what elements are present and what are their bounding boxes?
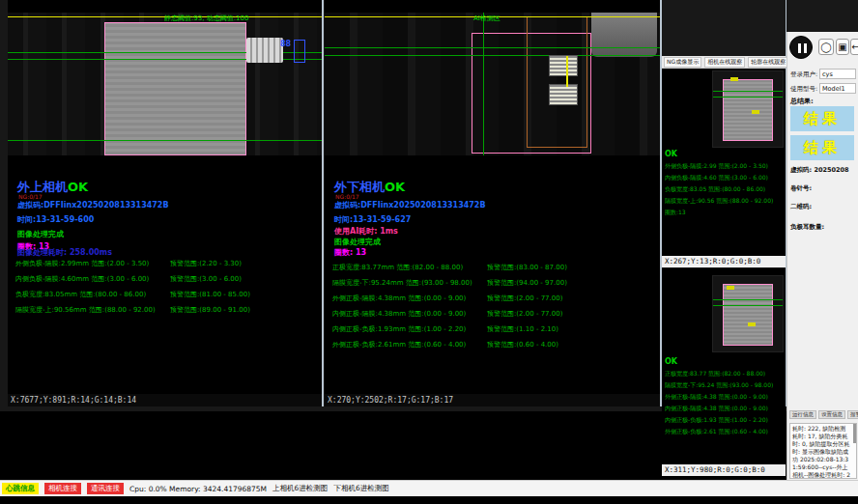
pixel-coord-bar: X:270;Y:2502;R:17;G:17;B:17	[325, 394, 660, 406]
small-view-tabs: NG成像显示 相机在线观察 轮廓在线观察	[662, 56, 786, 69]
measure-line	[713, 91, 783, 92]
pixel-coord-bar: X:267;Y:13;R:0;G:0;B:0	[662, 256, 786, 267]
measure-value: 正极宽度:83.77mm 范围:(82.00 - 88.00)	[332, 263, 463, 272]
measure-value: 内侧正极-隔膜:4.38 范围:(0.00 - 9.00)	[665, 405, 768, 413]
measure-value: 内侧负极-隔膜:4.60 范围:(3.00 - 6.00)	[665, 174, 768, 182]
cell-region	[723, 284, 773, 346]
result-box-upper: 结果	[790, 106, 854, 131]
measurement-row: 内侧正极-负极:1.93mm 范围:(1.00 - 2.20) 预警范围:(1.…	[332, 324, 660, 340]
tab-ng-display[interactable]: NG成像显示	[664, 57, 701, 68]
camera-connect-badge: 相机连接	[44, 483, 81, 494]
back-button[interactable]: ←	[850, 39, 858, 55]
virtual-code-field: 虚拟码: 20250208	[790, 166, 849, 175]
small-view-top[interactable]: OK 外侧负极-隔膜:2.99 范围:(2.00 - 3.50) 内侧负极-隔膜…	[662, 69, 786, 256]
info-tabs: 运行信息 设置信息 报警信息	[789, 410, 857, 419]
roi-box	[294, 40, 305, 63]
tab-contour-live[interactable]: 轮廓在线观察	[748, 57, 788, 68]
camera-name: 外上相机	[17, 180, 68, 194]
warn-range: 预警范围:(2.00 - 77.00)	[487, 294, 562, 303]
lower-camera-image: AI检测区	[325, 13, 660, 155]
run-log[interactable]: 耗时: 222, 缺陷检测耗时: 17, 缺陷分类耗时: 0, 缺陷提取分区耗时…	[789, 423, 857, 479]
warn-range: 预警范围:(1.10 - 2.10)	[487, 324, 558, 334]
measure-value: 隔膜宽度-下:95.24 范围:(93.00 - 98.00)	[665, 381, 773, 390]
log-scrollbar[interactable]	[853, 424, 856, 443]
measure-value: 外侧正极-负极:2.61 范围:(0.60 - 4.00)	[665, 428, 768, 436]
back-arrow-icon: ←	[851, 42, 858, 52]
process-done-line: 图像处理完成	[334, 237, 381, 247]
ai-zone-label: AI检测区	[473, 14, 500, 23]
measurement-row: 外侧正极-负极:2.61mm 范围:(0.60 - 4.00) 预警范围:(0.…	[332, 340, 660, 355]
virtual-code-line: 虚拟码:DFFIinx2025020813313472B	[334, 200, 486, 210]
tab-settings-info[interactable]: 设置信息	[818, 410, 845, 419]
model-field: 使用型号: Model1	[790, 83, 858, 97]
tab-alarm-info[interactable]: 报警信息	[847, 410, 858, 419]
tab-run-info[interactable]: 运行信息	[789, 410, 816, 419]
model-label: 使用型号:	[790, 85, 817, 94]
measure-value: 负极宽度:83.05 范围:(80.00 - 86.00)	[665, 185, 765, 194]
warn-range: 预警范围:(2.20 - 3.30)	[170, 259, 242, 268]
measurement-row: 内侧正极-隔膜:4.38mm 范围:(0.00 - 9.00) 预警范围:(2.…	[332, 309, 660, 324]
measurement-list: 正极宽度:83.77mm 范围:(82.00 - 88.00) 预警范围:(83…	[332, 263, 660, 355]
pixel-coord-bar: X:7677;Y:891;R:14;G:14;B:14	[8, 394, 322, 406]
run-log-text: 耗时: 222, 缺陷检测耗时: 17, 缺陷分类耗时: 0, 缺陷提取分区耗时…	[792, 425, 850, 479]
small-view-top-thumbnail	[712, 70, 784, 148]
upper-camera-view[interactable]: 88 静态阈值:93, 动态阈值:100 外上相机OK NG:0/17 虚拟码:…	[8, 0, 322, 406]
app-window: CYS-视觉检测系统 — □ × C 系统配置 相机配置 通讯配置 IO手配置 …	[0, 0, 858, 504]
qrcode-label: 二维码:	[790, 203, 812, 211]
warn-range: 预警范围:(0.60 - 4.00)	[487, 340, 558, 350]
time-line: 时间:13-31-59-627	[334, 214, 411, 225]
tab-camera-live[interactable]: 相机在线观察	[704, 57, 745, 68]
control-buttons: ◯ ▣ ←	[789, 36, 857, 61]
lower-camera-view[interactable]: AI检测区 外下相机OK NG:0/17 虚拟码:DFFIinx20250208…	[325, 0, 660, 406]
heartbeat-badge: 心跳信息	[2, 483, 39, 494]
measure-line	[713, 299, 783, 300]
measure-value: 外侧正极-负极:2.61mm 范围:(0.60 - 4.00)	[332, 340, 466, 350]
result-ok: OK	[68, 180, 88, 194]
roi-box-label: 88	[280, 40, 291, 48]
warn-range: 预警范围:(94.00 - 97.00)	[487, 278, 567, 288]
measure-vline	[483, 13, 484, 155]
measurement-row: 隔膜宽度-上:90.56mm 范围:(88.00 - 92.00) 预警范围:(…	[15, 305, 322, 321]
measure-value: 内侧正极-负极:1.93 范围:(1.00 - 2.20)	[665, 416, 768, 425]
small-view-bottom[interactable]: OK 正极宽度:83.77 范围:(82.00 - 88.00) 隔膜宽度-下:…	[662, 268, 786, 464]
measure-line	[713, 97, 783, 98]
upper-camera-detect-link[interactable]: 上相机6进检测图	[272, 484, 328, 493]
camera-name: 外下相机	[334, 180, 385, 194]
status-bar: 心跳信息 相机连接 通讯连接 Cpu: 0.0% Memory: 3424.41…	[0, 480, 858, 496]
label-marker	[752, 110, 759, 114]
cell-region	[723, 79, 773, 141]
warn-range: 预警范围:(81.00 - 85.00)	[170, 290, 250, 299]
pause-button[interactable]	[789, 36, 813, 59]
measure-value: 内侧负极-隔膜:4.60mm 范围:(3.00 - 6.00)	[15, 274, 149, 284]
model-value[interactable]: Model1	[819, 83, 856, 94]
lower-camera-detect-link[interactable]: 下相机6进检测图	[333, 484, 388, 493]
result-ok: OK	[665, 150, 677, 158]
cell-region	[104, 22, 246, 155]
measurement-row: 外侧正极-隔膜:4.38mm 范围:(0.00 - 9.00) 预警范围:(2.…	[332, 294, 660, 309]
machine-roller	[591, 13, 657, 57]
measure-value: 正极宽度:83.77 范围:(82.00 - 88.00)	[665, 370, 765, 378]
measure-value: 外侧负极-隔膜:2.99mm 范围:(2.00 - 3.50)	[15, 259, 149, 268]
needle-label: 卷针号:	[790, 184, 812, 193]
warn-range: 预警范围:(83.00 - 87.00)	[487, 263, 567, 272]
login-user-value[interactable]: cys	[819, 69, 856, 79]
measure-value: 负极宽度:83.05mm 范围:(80.00 - 86.00)	[15, 290, 146, 299]
warn-range: 预警范围:(3.00 - 6.00)	[170, 274, 242, 284]
total-result-label: 总结果:	[790, 97, 814, 106]
time-line: 时间:13-31-59-600	[17, 214, 94, 225]
login-user-label: 登录用户:	[790, 70, 817, 79]
tab-highlight	[549, 55, 578, 76]
result-ok: OK	[385, 180, 405, 194]
measure-line	[325, 47, 660, 48]
right-control-panel: ◯ ▣ ← 登录用户: cys 使用型号: Model1 总结果: 结果 结果 …	[786, 32, 858, 480]
snapshot-button[interactable]: ◯	[818, 39, 834, 55]
measure-value: 圈数:13	[665, 209, 686, 217]
measure-line	[8, 140, 322, 141]
measure-value: 内侧正极-隔膜:4.38mm 范围:(0.00 - 9.00)	[332, 309, 466, 319]
process-time-line: 图像处理耗时: 258.00ms	[17, 247, 112, 258]
result-ok: OK	[665, 357, 677, 366]
login-user-field: 登录用户: cys	[790, 69, 858, 82]
grid-view-button[interactable]: ▣	[836, 39, 849, 55]
upper-camera-image: 88 静态阈值:93, 动态阈值:100	[8, 13, 322, 155]
comm-connect-badge: 通讯连接	[87, 483, 124, 494]
